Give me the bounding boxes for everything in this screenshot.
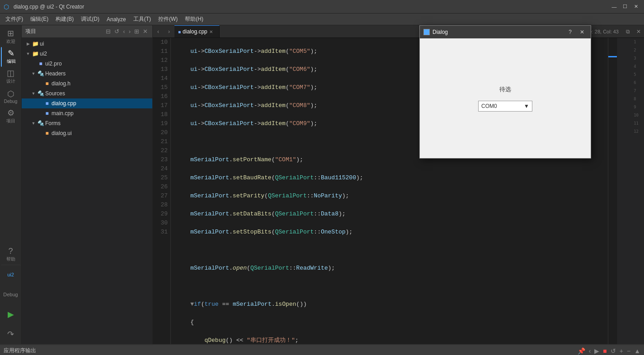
tree-item-sources[interactable]: ▼ 🔩 Sources bbox=[22, 89, 152, 98]
menu-file[interactable]: 文件(F) bbox=[2, 14, 27, 24]
sidebar-item-project[interactable]: ⚙ 项目 bbox=[1, 107, 21, 126]
scroll-indicator bbox=[608, 56, 617, 57]
tree-item-ui[interactable]: ▶ 📁 ui bbox=[22, 39, 152, 49]
sidebar-step-button[interactable]: ↷ bbox=[1, 324, 21, 344]
sidebar-item-design[interactable]: ◫ 设计 bbox=[1, 67, 21, 87]
minimize-button[interactable]: — bbox=[610, 3, 619, 11]
tab-nav-back[interactable]: ‹ bbox=[153, 25, 164, 37]
bottom-panel: 应用程序输出 📌 ‹ ▶ ■ ↺ + − ▲ ui ✕ ui2 ✕ 串口打开成功… bbox=[0, 344, 644, 355]
help-icon: ? bbox=[8, 247, 13, 255]
design-icon: ◫ bbox=[7, 69, 14, 77]
sidebar-item-ui2[interactable]: ui2 bbox=[1, 265, 21, 285]
title-text: dialog.cpp @ ui2 - Qt Creator bbox=[14, 4, 610, 10]
close-panel-icon[interactable]: ✕ bbox=[142, 27, 149, 36]
debug-icon: ⬡ bbox=[7, 90, 14, 98]
code-line-23 bbox=[176, 282, 608, 291]
nav-fwd-icon[interactable]: › bbox=[128, 27, 132, 36]
sidebar-label-project: 项目 bbox=[6, 118, 15, 124]
main-layout: ⊞ 欢迎 ✎ 编辑 ◫ 设计 ⬡ Debug ⚙ 项目 ? 帮助 ui2 Deb… bbox=[0, 25, 644, 344]
ln-22: 22 bbox=[155, 146, 168, 155]
tree-item-dialogcpp[interactable]: ■ dialog.cpp bbox=[22, 98, 152, 108]
project-panel-header: 项目 ⊟ ↺ ‹ › ⊞ ✕ bbox=[22, 25, 152, 38]
sidebar-item-help[interactable]: ? 帮助 bbox=[1, 245, 21, 265]
minimap: 1234 56 78910 1112 bbox=[617, 38, 644, 344]
welcome-icon: ⊞ bbox=[7, 29, 14, 37]
bottom-minus-icon[interactable]: − bbox=[627, 347, 630, 355]
maximize-button[interactable]: ☐ bbox=[620, 3, 630, 11]
menu-controls[interactable]: 控件(W) bbox=[155, 14, 181, 24]
tree-item-dialogui[interactable]: ■ dialog.ui bbox=[22, 128, 152, 138]
nav-back-icon[interactable]: ‹ bbox=[122, 27, 126, 36]
folder-icon-ui: 📁 bbox=[32, 41, 38, 47]
sidebar-item-edit[interactable]: ✎ 编辑 bbox=[1, 47, 21, 67]
folder-icon-ui2: 📁 bbox=[32, 51, 38, 57]
tree-item-dialogh[interactable]: ■ dialog.h bbox=[22, 79, 152, 89]
ln-28: 28 bbox=[155, 201, 168, 210]
pro-icon: ■ bbox=[38, 61, 44, 67]
tab-label-dialogcpp: dialog.cpp bbox=[183, 28, 207, 35]
tree-label-sources: Sources bbox=[45, 90, 152, 97]
expand-arrow-ui2: ▼ bbox=[25, 51, 31, 56]
menu-debug[interactable]: 调试(D) bbox=[77, 14, 103, 24]
sidebar-item-debug2[interactable]: Debug bbox=[1, 285, 21, 304]
menu-build[interactable]: 构建(B) bbox=[52, 14, 77, 24]
menu-edit[interactable]: 编辑(E) bbox=[27, 14, 52, 24]
code-line-17: mSerialPort.setBaudRate(QSerialPort::Bau… bbox=[176, 173, 608, 182]
sync-icon[interactable]: ↺ bbox=[113, 27, 120, 36]
bottom-panel-title: 应用程序输出 bbox=[4, 347, 574, 355]
split-editor-icon[interactable]: ⧉ bbox=[622, 25, 633, 37]
close-button[interactable]: ✕ bbox=[631, 3, 640, 11]
tree-item-headers[interactable]: ▼ 🔩 Headers bbox=[22, 69, 152, 79]
bottom-expand-icon[interactable]: ▲ bbox=[634, 347, 640, 355]
ln-21: 21 bbox=[155, 137, 168, 146]
tab-close-dialogcpp[interactable]: ✕ bbox=[209, 29, 213, 34]
tab-nav-fwd[interactable]: › bbox=[164, 25, 174, 37]
tree-label-ui2: ui2 bbox=[40, 51, 152, 57]
filter-icon[interactable]: ⊟ bbox=[105, 27, 112, 36]
combobox-value: COM0 bbox=[481, 103, 497, 109]
dialog-close-button[interactable]: ✕ bbox=[577, 28, 587, 36]
run-icon: ▶ bbox=[8, 310, 14, 318]
sidebar-item-welcome[interactable]: ⊞ 欢迎 bbox=[1, 27, 21, 47]
tree-item-ui2pro[interactable]: ■ ui2.pro bbox=[22, 59, 152, 69]
line-numbers: 10 11 12 13 14 15 16 17 18 19 20 21 22 2… bbox=[153, 38, 171, 344]
bottom-pin-icon[interactable]: 📌 bbox=[578, 347, 585, 355]
editor-tab-dialogcpp[interactable]: ■ dialog.cpp ✕ bbox=[174, 25, 220, 37]
panel-header-icons: ⊟ ↺ ‹ › ⊞ ✕ bbox=[105, 27, 149, 36]
dialog-combobox[interactable]: COM0 ▼ bbox=[478, 101, 532, 112]
ln-20: 20 bbox=[155, 128, 168, 137]
sidebar-label-debug: Debug bbox=[4, 99, 17, 104]
expand-arrow-headers: ▼ bbox=[31, 71, 36, 76]
bottom-stop-icon[interactable]: ■ bbox=[603, 347, 606, 355]
tree-item-ui2[interactable]: ▼ 📁 ui2 bbox=[22, 49, 152, 59]
bottom-rerun-icon[interactable]: ↺ bbox=[611, 347, 616, 355]
tree-label-ui: ui bbox=[40, 41, 152, 47]
bottom-add-icon[interactable]: + bbox=[620, 347, 623, 355]
sidebar-run-button[interactable]: ▶ bbox=[1, 304, 21, 324]
ln-14: 14 bbox=[155, 74, 168, 83]
dialog-body: 待选 COM0 ▼ bbox=[420, 38, 591, 158]
project-icon: ⚙ bbox=[7, 109, 14, 117]
dialog-help-button[interactable]: ? bbox=[566, 28, 574, 36]
tree-item-forms[interactable]: ▼ 🔩 Forms bbox=[22, 118, 152, 128]
bottom-prev-icon[interactable]: ‹ bbox=[589, 347, 591, 355]
step-icon: ↷ bbox=[7, 330, 14, 338]
forms-icon: 🔩 bbox=[38, 120, 44, 126]
dialog-window: Dialog ? ✕ 待选 COM0 ▼ bbox=[419, 25, 591, 159]
sidebar-item-debug[interactable]: ⬡ Debug bbox=[1, 87, 21, 107]
bottom-run-icon[interactable]: ▶ bbox=[594, 347, 599, 355]
ln-31: 31 bbox=[155, 228, 168, 237]
menubar: 文件(F) 编辑(E) 构建(B) 调试(D) Analyze 工具(T) 控件… bbox=[0, 14, 644, 25]
scrollbar-gutter[interactable] bbox=[608, 38, 617, 344]
menu-tools[interactable]: 工具(T) bbox=[130, 14, 155, 24]
ln-29: 29 bbox=[155, 210, 168, 219]
collapse-icon[interactable]: ⊞ bbox=[133, 27, 140, 36]
tree-item-maincpp[interactable]: ■ main.cpp bbox=[22, 108, 152, 118]
menu-help[interactable]: 帮助(H) bbox=[181, 14, 207, 24]
minimap-scroll-track[interactable]: 1234 56 78910 1112 bbox=[639, 38, 643, 344]
close-editor-icon[interactable]: ✕ bbox=[633, 25, 644, 37]
ln-18: 18 bbox=[155, 110, 168, 119]
code-line-22: mSerialPort.open(QSerialPort::ReadWrite)… bbox=[176, 264, 608, 273]
sidebar-label-welcome: 欢迎 bbox=[6, 38, 15, 45]
menu-analyze[interactable]: Analyze bbox=[103, 15, 130, 23]
